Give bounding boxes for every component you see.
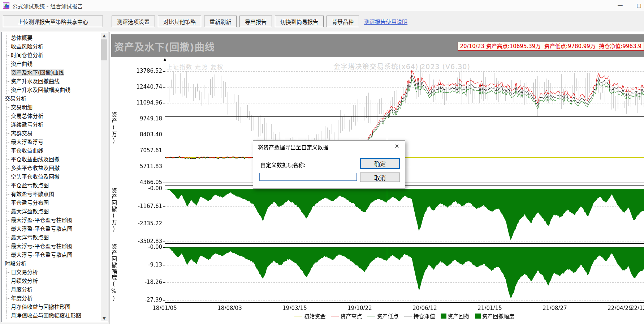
tree-twig: [6, 290, 10, 290]
y-tick-label: 8403.40: [114, 131, 162, 138]
tree-twig: [6, 316, 10, 316]
sidebar-item-17[interactable]: 空头平仓收益及回撤: [2, 172, 100, 181]
tree-twig: [6, 281, 10, 281]
sidebar-item-8[interactable]: 交易分析: [2, 94, 100, 103]
tree-twig: [6, 255, 10, 255]
legend-swatch: [404, 316, 412, 316]
scrollbar-thumb[interactable]: [101, 39, 107, 60]
sidebar-item-5[interactable]: 资产及水下(回撤)曲线: [2, 68, 100, 77]
sidebar-item-13[interactable]: 最大浮盈浮亏: [2, 138, 100, 146]
sidebar-item-24[interactable]: 最大浮亏散点图: [2, 233, 100, 242]
tree-twig: [6, 212, 10, 212]
toolbar-button-7[interactable]: 背景品种: [327, 16, 359, 27]
y-tick-label: -18.26: [114, 279, 162, 285]
tree-twig: [6, 64, 10, 64]
y-tick-label: 7057.61: [114, 147, 162, 154]
sidebar-item-30[interactable]: 月度分析: [2, 285, 100, 294]
report-help-link[interactable]: 测评报告使用说明: [364, 18, 407, 25]
sidebar-item-9[interactable]: 交易明细: [2, 103, 100, 112]
legend-label: 资产回撤: [448, 312, 470, 320]
sidebar-item-33[interactable]: 月净值收益与回撤幅度柱形图: [2, 311, 100, 320]
sidebar-item-20[interactable]: 平仓盈亏分布图: [2, 199, 100, 207]
axis-caption: 资产回撤(万): [111, 188, 117, 233]
sidebar-item-19[interactable]: 有效盈亏率散点图: [2, 190, 100, 199]
toolbar-button-1[interactable]: 上传测评报告至策略共享中心: [3, 16, 103, 27]
sidebar-item-label: 资产升水及回撤幅度曲线: [11, 87, 70, 93]
x-tick-label: 21/01/15: [477, 305, 502, 311]
legend-item: 资产回撤幅度: [475, 312, 515, 320]
tree-twig: [6, 272, 10, 273]
sidebar-item-31[interactable]: 年度分析: [2, 294, 100, 303]
toolbar-button-6[interactable]: 切换到简易报告: [275, 16, 324, 27]
sidebar-item-18[interactable]: 平仓盈亏散点图: [2, 181, 100, 190]
sidebar-item-10[interactable]: 交易总体分析: [2, 112, 100, 120]
sidebar-item-15[interactable]: 平仓收益曲线及回撤: [2, 155, 100, 164]
toolbar-button-2[interactable]: 测评选项设置: [112, 16, 155, 27]
sidebar-item-23[interactable]: 最大浮盈-平仓盈亏散点图: [2, 225, 100, 233]
data-item-name-label: 自定义数据项名称:: [260, 161, 306, 169]
sidebar-item-label: 交易分析: [5, 95, 26, 102]
tree-twig: [6, 238, 10, 238]
sidebar-item-32[interactable]: 月净值收益与回撤柱形图: [2, 303, 100, 311]
sidebar-item-6[interactable]: 资产升水及回撤曲线: [2, 77, 100, 86]
cancel-button[interactable]: 取消: [360, 172, 400, 182]
tree-twig: [6, 55, 10, 56]
x-tick-label: 22/04/29: [608, 305, 632, 311]
sidebar-item-label: 多头平仓收益及回撤: [11, 165, 60, 171]
sidebar-item-28[interactable]: 日交易分析: [2, 268, 100, 277]
app-icon: [3, 2, 9, 9]
sidebar-item-7[interactable]: 资产升水及回撤幅度曲线: [2, 86, 100, 94]
sidebar-item-label: 时间仓位分析: [11, 52, 43, 59]
toolbar-button-4[interactable]: 重新刷新: [204, 16, 237, 27]
sidebar-item-3[interactable]: 时间仓位分析: [2, 51, 100, 60]
toolbar-button-3[interactable]: 对比其他策略: [158, 16, 201, 27]
maximize-button[interactable]: □: [633, 1, 644, 10]
x-tick-label: 18/08/03: [217, 305, 242, 311]
y-tick-label: -0.00: [114, 244, 162, 250]
sidebar-item-14[interactable]: 平仓收益曲线: [2, 146, 100, 155]
sidebar-item-11[interactable]: 连续盈亏分析: [2, 120, 100, 129]
x-tick-label: 21/08/27: [543, 305, 567, 311]
sidebar-item-27[interactable]: 时段分析: [2, 259, 100, 268]
sidebar-item-label: 资产升水及回撤曲线: [11, 78, 60, 85]
sidebar-item-16[interactable]: 多头平仓收益及回撤: [2, 164, 100, 172]
sidebar-item-26[interactable]: 最大浮亏-平仓盈亏散点图: [2, 251, 100, 259]
sidebar-item-21[interactable]: 最大浮盈散点图: [2, 207, 100, 216]
report-section-tree: 总体概要收益风险分析时间仓位分析资产曲线资产及水下(回撤)曲线资产升水及回撤曲线…: [1, 32, 108, 322]
sidebar-item-2[interactable]: 收益风险分析: [2, 42, 100, 51]
chart-canvas[interactable]: [109, 57, 644, 324]
close-icon[interactable]: ✕: [393, 142, 401, 150]
sidebar-item-label: 平仓收益曲线: [11, 148, 43, 154]
sidebar-item-12[interactable]: 离群交易: [2, 129, 100, 138]
minimize-button[interactable]: —: [614, 1, 626, 10]
y-tick-label: -27.39: [114, 297, 162, 303]
axis-caption: 资产回撤幅度(%): [111, 244, 117, 302]
legend-item: 资产高点: [331, 312, 362, 320]
tree-twig: [6, 307, 10, 307]
data-item-name-input[interactable]: [259, 173, 357, 181]
y-tick-label: 13786.52: [114, 68, 162, 74]
toolbar-button-5[interactable]: 导出报告: [239, 16, 272, 27]
sidebar-item-4[interactable]: 资产曲线: [2, 60, 100, 68]
sidebar-item-label: 最大浮盈-平仓盈亏散点图: [11, 226, 72, 232]
tree-twig: [6, 151, 10, 151]
sidebar-item-label: 最大浮亏-平仓盈亏柱形图: [11, 243, 72, 250]
legend-label: 持仓净值: [414, 312, 435, 320]
x-tick-label: 19/10/22: [347, 305, 372, 311]
chart-body: 上证指数 走势 复权 金字塔决策交易系统(x64) 2023 (V6.30) 1…: [109, 57, 644, 324]
sidebar-item-29[interactable]: 月绩效分析: [2, 277, 100, 285]
tree-scrollbar[interactable]: ▲ ▼: [101, 33, 108, 321]
sidebar-item-25[interactable]: 最大浮亏-平仓盈亏柱形图: [2, 242, 100, 251]
sidebar-item-22[interactable]: 最大浮盈-平仓盈亏柱形图: [2, 216, 100, 225]
scroll-up-icon[interactable]: ▲: [101, 33, 108, 39]
window-title: 公式测试系统 - 组合测试报告: [12, 2, 83, 10]
chart-header: 资产及水下(回撤)曲线 20/10/23 资产高点:10695.39万 资产低点…: [111, 34, 644, 57]
tree-twig: [6, 168, 10, 169]
ok-button[interactable]: 确定: [360, 158, 400, 169]
scroll-down-icon[interactable]: ▼: [101, 315, 108, 321]
tree-twig: [6, 298, 10, 299]
sidebar-item-label: 日交易分析: [11, 269, 38, 276]
legend-swatch: [441, 314, 446, 319]
y-tick-label: 5711.83: [114, 163, 162, 170]
sidebar-item-1[interactable]: 总体概要: [2, 34, 100, 42]
